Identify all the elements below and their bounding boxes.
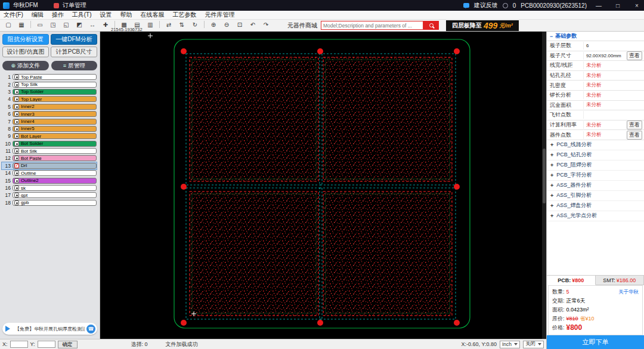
visibility-toggle-icon[interactable]: [14, 82, 19, 87]
layer-row[interactable]: 5Inner2: [2, 103, 97, 110]
visibility-toggle-icon[interactable]: [14, 141, 19, 146]
pcb-canvas[interactable]: [100, 32, 546, 339]
promo-banner[interactable]: 四层板降至 499 元/m²: [446, 20, 519, 31]
visibility-toggle-icon[interactable]: [14, 104, 19, 109]
zoom-fit-icon[interactable]: ⊡: [234, 20, 246, 29]
layer-row[interactable]: 2Top Silk: [2, 81, 97, 88]
layer-row[interactable]: 10Bot Solder: [2, 140, 97, 147]
design-sim-view-button[interactable]: 设计图/仿真图: [2, 47, 49, 57]
view-button[interactable]: 查看: [627, 131, 642, 140]
basic-params-header[interactable]: − 基础参数: [547, 32, 644, 41]
layer-row[interactable]: 11Bot Silk: [2, 147, 97, 155]
layer-row[interactable]: 4Top Layer: [2, 95, 97, 103]
highlight-icon[interactable]: ◩: [73, 20, 85, 29]
layer-bottom-icon[interactable]: ▥: [144, 20, 156, 29]
canvas-scrollbar[interactable]: [542, 32, 546, 339]
select-region-icon[interactable]: ◱: [60, 20, 72, 29]
unit-dropdown[interactable]: Inch: [500, 341, 520, 348]
layer-row[interactable]: 6Inner3: [2, 110, 97, 118]
visibility-toggle-icon[interactable]: [14, 97, 19, 101]
feedback-link[interactable]: 建议反馈: [474, 1, 498, 10]
menu-help[interactable]: 帮助: [120, 11, 132, 19]
flip-vertical-icon[interactable]: ⇅: [176, 20, 188, 29]
new-file-icon[interactable]: ▢: [2, 20, 14, 29]
select-window-icon[interactable]: ◳: [47, 20, 59, 29]
layer-row[interactable]: 1Top Paste: [2, 73, 97, 81]
rotate-icon[interactable]: ↻: [189, 20, 201, 29]
component-search-input[interactable]: [321, 21, 423, 30]
view-button[interactable]: 查看: [627, 51, 642, 60]
menu-settings[interactable]: 设置: [100, 11, 112, 19]
visibility-toggle-icon[interactable]: [14, 119, 19, 124]
print-icon[interactable]: ▦: [16, 20, 27, 29]
order-manage-tab[interactable]: 订单管理: [63, 1, 86, 10]
layer-row[interactable]: 7Inner4: [2, 118, 97, 125]
visibility-toggle-icon[interactable]: [14, 75, 19, 79]
crosshair-icon[interactable]: ✚: [100, 20, 112, 29]
menu-edit[interactable]: 编辑: [32, 11, 44, 19]
collapse-icon[interactable]: −: [550, 33, 553, 39]
gear-icon[interactable]: [503, 3, 508, 8]
scrollbar-thumb[interactable]: [543, 149, 546, 204]
menu-customer-service[interactable]: 在线客服: [141, 11, 165, 19]
visibility-toggle-icon[interactable]: [14, 200, 19, 205]
redo-icon[interactable]: ↷: [260, 20, 272, 29]
layer-row[interactable]: 14Outline: [2, 169, 97, 177]
tab-smt-price[interactable]: SMT:¥186.00: [596, 276, 644, 285]
visibility-toggle-icon[interactable]: [14, 193, 19, 197]
layer-row-selected[interactable]: 13Drl: [2, 162, 97, 169]
layer-manage-button[interactable]: ≡ 层管理: [51, 61, 98, 70]
select-icon[interactable]: ▭: [34, 20, 46, 29]
minimize-button[interactable]: —: [592, 0, 606, 11]
section-ass-pin-analysis[interactable]: +ASS_引脚分析: [547, 191, 644, 201]
visibility-toggle-icon[interactable]: [14, 171, 19, 175]
tab-pcb-price[interactable]: PCB:¥800: [547, 276, 596, 285]
search-button[interactable]: [423, 21, 439, 30]
zoom-in-icon[interactable]: ⊕: [208, 20, 219, 29]
layer-row[interactable]: 16sk: [2, 184, 97, 192]
visibility-toggle-icon[interactable]: [14, 149, 19, 153]
one-key-dfm-button[interactable]: 一键DFM分析: [51, 34, 97, 45]
y-input[interactable]: [38, 341, 55, 348]
visibility-toggle-icon[interactable]: [14, 89, 19, 94]
visibility-toggle-icon[interactable]: [14, 134, 19, 138]
flip-horizontal-icon[interactable]: ⇄: [163, 20, 175, 29]
section-pcb-silkscreen-analysis[interactable]: +PCB_字符分析: [547, 171, 644, 181]
layer-row[interactable]: 3Top Solder: [2, 88, 97, 95]
layer-row[interactable]: 17gpt: [2, 192, 97, 199]
menu-tools[interactable]: 工具(T): [72, 11, 92, 19]
visibility-toggle-icon[interactable]: [14, 156, 19, 160]
zoom-out-icon[interactable]: ⊖: [221, 20, 233, 29]
menu-file[interactable]: 文件(F): [4, 11, 23, 19]
visibility-toggle-icon[interactable]: [14, 112, 19, 116]
layer-row[interactable]: 18gpb: [2, 199, 97, 206]
section-pcb-line-analysis[interactable]: +PCB_线路分析: [547, 140, 644, 150]
section-ass-component-analysis[interactable]: +ASS_器件分析: [547, 181, 644, 191]
menu-process-params[interactable]: 工艺参数: [173, 11, 197, 19]
layer-row[interactable]: 12Bot Paste: [2, 155, 97, 162]
section-pcb-soldermask-analysis[interactable]: +PCB_阻焊分析: [547, 160, 644, 171]
close-button[interactable]: ×: [630, 0, 644, 11]
layer-row[interactable]: 15Outline2: [2, 177, 97, 184]
view-button[interactable]: 查看: [627, 121, 642, 129]
promo-notice[interactable]: 【免费】华秋开展孔铜厚度检测活动 ☎: [2, 323, 97, 335]
customer-service-icon[interactable]: ☎: [86, 325, 95, 333]
undo-icon[interactable]: ↶: [247, 20, 259, 29]
visibility-toggle-icon[interactable]: [14, 186, 19, 190]
menu-component-library[interactable]: 元件库管理: [205, 11, 235, 19]
section-pcb-drill-analysis[interactable]: +PCB_钻孔分析: [547, 150, 644, 160]
visibility-toggle-icon[interactable]: [14, 126, 19, 131]
layer-row[interactable]: 9Bot Layer: [2, 132, 97, 140]
about-huaqiu-link[interactable]: 关于华秋: [618, 288, 639, 297]
add-file-button[interactable]: ⊕ 添加文件: [2, 61, 49, 70]
layer-row[interactable]: 8Inner5: [2, 125, 97, 132]
order-now-button[interactable]: 立即下单: [547, 335, 644, 349]
x-input[interactable]: [10, 341, 28, 348]
maximize-button[interactable]: □: [611, 0, 625, 11]
mode-dropdown[interactable]: 关闭: [523, 341, 544, 348]
section-ass-pad-analysis[interactable]: +ASS_焊盘分析: [547, 201, 644, 211]
calc-pcb-size-button[interactable]: 计算PCB尺寸: [51, 47, 97, 57]
confirm-button[interactable]: 确定: [58, 341, 78, 348]
checked-visibility-icon[interactable]: [14, 163, 19, 168]
section-ass-optical-analysis[interactable]: +ASS_光学点分析: [547, 211, 644, 221]
